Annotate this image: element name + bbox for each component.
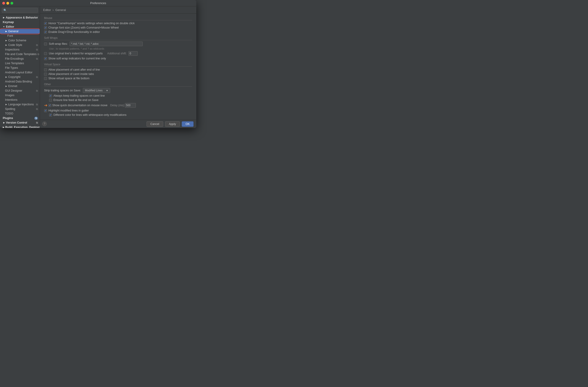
expand-arrow: ▶: [5, 44, 7, 46]
settings-icon: ⧉: [36, 89, 38, 92]
check-row-drag-drop: Enable Drag'n'Drop functionality in edit…: [44, 30, 192, 34]
sidebar-item-label: Intentions: [5, 98, 17, 101]
sidebar-item-emmet[interactable]: ▶ Emmet: [0, 84, 40, 89]
sidebar-item-label: File Types: [5, 66, 18, 69]
checkbox-camel-humps[interactable]: [44, 22, 47, 25]
sidebar-item-inspections[interactable]: Inspections ⧉: [0, 47, 40, 52]
label-drag-drop: Enable Drag'n'Drop functionality in edit…: [48, 30, 100, 34]
sidebar-item-label: Keymap: [3, 21, 14, 24]
dropdown-arrow-icon: ▼: [106, 89, 108, 92]
expand-arrow: ▶: [3, 17, 5, 19]
label-ensure-line-feed: Ensure line feed at file end on Save: [53, 98, 98, 102]
label-always-keep-trailing: Always keep trailing spaces on caret lin…: [53, 94, 105, 97]
checkbox-caret-tabs[interactable]: [44, 73, 47, 76]
checkbox-soft-wrap[interactable]: [44, 43, 47, 46]
sidebar-item-label: Code Style: [8, 44, 22, 46]
sidebar-item-label: File and Code Templates: [5, 52, 37, 56]
sidebar-item-color-scheme[interactable]: ▶ Color Scheme: [0, 38, 40, 43]
sidebar-item-label: Version Control: [6, 121, 27, 124]
checkbox-soft-wrap-indicators[interactable]: [44, 57, 47, 60]
sidebar-item-keymap[interactable]: Keymap: [0, 20, 40, 24]
sidebar-item-language-injections[interactable]: ▶ Language Injections ⧉: [0, 102, 40, 107]
sidebar-item-general[interactable]: ▶ General: [0, 29, 40, 34]
checkbox-ensure-line-feed[interactable]: [49, 99, 52, 102]
sidebar-item-file-encodings[interactable]: File Encodings ⧉: [0, 56, 40, 61]
checkbox-zoom-font[interactable]: [44, 26, 47, 29]
check-row-virtual-space-bottom: Show virtual space at file bottom: [44, 77, 192, 80]
sidebar-item-live-templates[interactable]: Live Templates: [0, 61, 40, 66]
strip-trailing-dropdown[interactable]: Modified Lines ▼: [83, 88, 110, 93]
expand-arrow: ▶: [5, 30, 7, 32]
checkbox-highlight-modified[interactable]: [44, 109, 47, 112]
breadcrumb-part-general: General: [56, 8, 66, 12]
checkbox-quick-doc[interactable]: [48, 104, 51, 107]
expand-arrow: ▼: [3, 25, 5, 28]
checkbox-always-keep-trailing[interactable]: [49, 94, 52, 97]
sidebar-item-images[interactable]: Images: [0, 93, 40, 97]
sidebar-item-version-control[interactable]: ▶ Version Control ⧉: [0, 120, 40, 125]
sidebar-item-label: Color Scheme: [8, 39, 26, 42]
sidebar-item-label: Android Layout Editor: [5, 71, 32, 74]
check-row-caret-tabs: Allow placement of caret inside tabs: [44, 72, 192, 76]
cancel-button[interactable]: Cancel: [147, 121, 163, 127]
checkbox-virtual-space-bottom[interactable]: [44, 77, 47, 80]
settings-icon: ⧉: [36, 44, 38, 46]
settings-icon: ⧉: [36, 121, 38, 124]
sidebar-item-font[interactable]: Font: [0, 34, 40, 38]
help-button[interactable]: ?: [42, 121, 47, 126]
sidebar-item-label: Live Templates: [5, 62, 24, 65]
title-bar: Preferences: [0, 0, 196, 6]
checkbox-caret-end[interactable]: [44, 68, 47, 71]
additional-shift-label: Additional shift:: [107, 52, 127, 55]
check-row-caret-end: Allow placement of caret after end of li…: [44, 68, 192, 71]
apply-button[interactable]: Apply: [165, 121, 180, 127]
content-scroll: Mouse Honor "CamelHumps" words settings …: [40, 14, 196, 120]
soft-wrap-label: Soft-wrap files:: [49, 42, 68, 46]
sidebar-item-label: GUI Designer: [5, 89, 22, 92]
sidebar-item-todo[interactable]: TODO: [0, 111, 40, 116]
sidebar-item-spelling[interactable]: Spelling ⧉: [0, 107, 40, 111]
bottom-bar: ? Cancel Apply OK: [40, 120, 196, 128]
section-soft-wraps: Soft Wraps: [44, 36, 192, 40]
expand-arrow: ▶: [5, 103, 7, 106]
soft-wrap-input[interactable]: [70, 42, 143, 46]
sidebar-item-copyright[interactable]: ▶ Copyright ⧉: [0, 75, 40, 79]
breadcrumb-part-editor: Editor: [43, 8, 51, 12]
section-virtual-space: Virtual Space: [44, 63, 192, 67]
close-button[interactable]: [2, 2, 5, 4]
sidebar-item-code-style[interactable]: ▶ Code Style ⧉: [0, 43, 40, 47]
minimize-button[interactable]: [6, 2, 9, 4]
label-caret-end: Allow placement of caret after end of li…: [48, 68, 100, 71]
sidebar-item-label: Emmet: [8, 85, 17, 88]
sidebar-item-appearance[interactable]: ▶ Appearance & Behavior: [0, 15, 40, 20]
delay-label: Delay (ms):: [110, 104, 125, 107]
sidebar-item-gui-designer[interactable]: GUI Designer ⧉: [0, 89, 40, 93]
sidebar-item-editor[interactable]: ▼ Editor: [0, 24, 40, 29]
breadcrumb-separator: ›: [53, 8, 54, 12]
check-row-highlight-modified: Highlight modified lines in gutter: [44, 109, 192, 112]
window-title: Preferences: [90, 1, 106, 5]
checkbox-original-indent[interactable]: [44, 52, 47, 55]
search-input[interactable]: [2, 8, 38, 13]
label-camel-humps: Honor "CamelHumps" words settings when s…: [48, 22, 135, 25]
sidebar-item-label: File Encodings: [5, 57, 24, 60]
sidebar-item-intentions[interactable]: Intentions: [0, 97, 40, 102]
maximize-button[interactable]: [10, 2, 13, 4]
additional-shift-input[interactable]: [128, 51, 138, 56]
sidebar-item-android-layout-editor[interactable]: Android Layout Editor: [0, 70, 40, 75]
content-area: Editor › General Mouse Honor "CamelHumps…: [40, 6, 196, 128]
sidebar: ▶ Appearance & Behavior Keymap ▼ Editor …: [0, 6, 40, 128]
checkbox-different-color-whitespace[interactable]: [49, 114, 52, 116]
sidebar-item-build-execution[interactable]: ▶ Build, Execution, Deployment: [0, 125, 40, 128]
sidebar-item-plugins[interactable]: Plugins 5: [0, 116, 40, 120]
soft-wrap-hint: Use ; to separate patterns, * and ? as w…: [49, 47, 192, 50]
check-row-always-keep-trailing: Always keep trailing spaces on caret lin…: [49, 94, 192, 97]
sidebar-item-file-and-code-templates[interactable]: File and Code Templates ⧉: [0, 52, 40, 56]
ok-button[interactable]: OK: [182, 121, 193, 127]
sidebar-item-android-data-binding[interactable]: Android Data Binding: [0, 79, 40, 84]
delay-input[interactable]: [125, 103, 136, 108]
sidebar-search-container: [0, 6, 40, 14]
checkbox-drag-drop[interactable]: [44, 31, 47, 34]
plugins-badge: 5: [34, 117, 38, 120]
sidebar-item-file-types[interactable]: File Types: [0, 66, 40, 70]
